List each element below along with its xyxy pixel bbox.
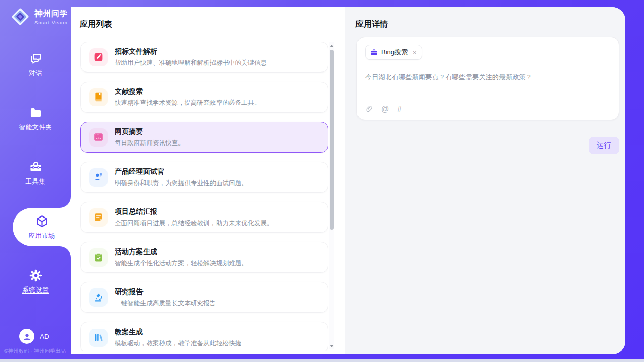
app-card-desc: 明确身份和职责，为您提供专业性的面试问题。: [115, 179, 248, 188]
sidebar-item-chat[interactable]: 对话: [0, 45, 71, 84]
mention-icon[interactable]: @: [381, 104, 389, 113]
sidebar-item-label: 工具集: [26, 177, 46, 186]
app-card-title: 活动方案生成: [115, 247, 248, 257]
sidebar-item-toolbox[interactable]: 工具集: [0, 154, 71, 192]
app-card[interactable]: 研究报告 一键智能生成高质量长文本研究报告: [80, 282, 328, 313]
scroll-up-arrow-icon[interactable]: [329, 43, 334, 49]
brand-name: 神州问学: [34, 9, 68, 19]
app-card[interactable]: 招标文件解析 帮助用户快速、准确地理解和解析招标书中的关键信息: [80, 42, 328, 73]
app-card[interactable]: 文献搜索 快速精准查找学术资源，提高研究效率的必备工具。: [80, 82, 328, 113]
app-card-title: 产品经理面试官: [115, 167, 248, 176]
app-list-panel: 应用列表 招标文件解析 帮助用户快速、准确地理解和解析招标书中的关键信息 文献搜…: [71, 7, 345, 354]
sidebar-item-folder[interactable]: 智能文件夹: [0, 99, 71, 138]
run-button[interactable]: 运行: [589, 137, 619, 154]
sidebar-item-label: 对话: [29, 69, 42, 78]
app-card-desc: 快速精准查找学术资源，提高研究效率的必备工具。: [115, 99, 261, 107]
app-list: 招标文件解析 帮助用户快速、准确地理解和解析招标书中的关键信息 文献搜索 快速精…: [80, 42, 328, 351]
app-card[interactable]: 产品经理面试官 明确身份和职责，为您提供专业性的面试问题。: [80, 162, 328, 193]
app-card-title: 网页摘要: [115, 127, 185, 136]
app-card-desc: 模板驱动，教案秒成，教学准备从此轻松快捷: [115, 339, 241, 348]
app-card-title: 项目总结汇报: [115, 207, 273, 216]
paperclip-icon[interactable]: [366, 105, 373, 113]
app-card[interactable]: 活动方案生成 智能生成个性化活动方案，轻松解决规划难题。: [80, 242, 328, 273]
brand-subtitle: Smart Vision: [34, 20, 68, 25]
edit-document-icon: [89, 48, 108, 66]
prompt-text[interactable]: 今日湖北有哪些新闻要点？有哪些需要关注的最新政策？: [365, 73, 611, 82]
prompt-card: Bing搜索 × 今日湖北有哪些新闻要点？有哪些需要关注的最新政策？ @#: [356, 37, 619, 120]
user-profile[interactable]: AD: [19, 329, 49, 344]
attachment-toolbar: @#: [366, 104, 402, 113]
copyright-text: ©神州数码 · 神州问学出品: [4, 348, 66, 355]
sidebar: 神州问学 Smart Vision 对话 智能文件夹 工具集 应用市场 系统设置…: [0, 0, 71, 359]
app-card-title: 教案生成: [115, 328, 241, 337]
app-card-title: 招标文件解析: [115, 47, 267, 56]
gear-icon: [29, 269, 43, 282]
book-icon: [89, 88, 108, 106]
app-card-title: 文献搜索: [115, 87, 261, 96]
sidebar-item-gear[interactable]: 系统设置: [0, 262, 71, 301]
interviewer-icon: [89, 168, 108, 187]
toolbox-icon: [29, 160, 43, 174]
app-card[interactable]: 教案生成 模板驱动，教案秒成，教学准备从此轻松快捷: [80, 322, 328, 351]
close-icon[interactable]: ×: [413, 49, 417, 56]
app-card-desc: 智能生成个性化活动方案，轻松解决规划难题。: [115, 259, 248, 268]
app-detail-panel: 应用详情 Bing搜索 × 今日湖北有哪些新闻要点？有哪些需要关注的最新政策？ …: [345, 7, 625, 354]
app-detail-title: 应用详情: [355, 19, 625, 30]
scrollbar[interactable]: [329, 42, 334, 349]
app-card-desc: 每日政府新闻资讯快查。: [115, 139, 185, 148]
sidebar-item-label: 应用市场: [29, 232, 55, 240]
sidebar-item-label: 系统设置: [22, 286, 49, 295]
brand-logo: 神州问学 Smart Vision: [0, 0, 71, 27]
tool-tag-bing[interactable]: Bing搜索 ×: [365, 45, 422, 60]
browser-code-icon: </>: [89, 128, 108, 147]
books-icon: [89, 329, 108, 347]
cube-icon: [35, 214, 49, 228]
sidebar-item-cube[interactable]: 应用市场: [13, 208, 71, 246]
clipboard-check-icon: [89, 248, 108, 267]
tool-tag-label: Bing搜索: [381, 48, 408, 57]
app-list-title: 应用列表: [80, 19, 345, 30]
user-initials: AD: [40, 333, 49, 340]
folder-icon: [29, 106, 43, 120]
chat-icon: [29, 52, 43, 65]
user-avatar-icon: [19, 329, 34, 344]
sidebar-nav: 对话 智能文件夹 工具集 应用市场 系统设置: [0, 45, 71, 316]
app-card-desc: 全面回顾项目进展，总结经验教训，助力未来优化发展。: [115, 219, 273, 228]
main-content: 应用列表 招标文件解析 帮助用户快速、准确地理解和解析招标书中的关键信息 文献搜…: [71, 7, 625, 354]
app-card-title: 研究报告: [115, 287, 216, 297]
briefcase-icon: [370, 49, 378, 56]
app-card-desc: 帮助用户快速、准确地理解和解析招标书中的关键信息: [115, 59, 267, 67]
svg-text:</>: </>: [96, 137, 101, 140]
sidebar-item-label: 智能文件夹: [19, 123, 52, 132]
app-card[interactable]: </> 网页摘要 每日政府新闻资讯快查。: [80, 122, 328, 153]
scroll-down-arrow-icon[interactable]: [329, 343, 334, 349]
hash-icon[interactable]: #: [397, 104, 401, 113]
app-card[interactable]: 项目总结汇报 全面回顾项目进展，总结经验教训，助力未来优化发展。: [80, 202, 328, 233]
brand-logo-icon: [10, 7, 30, 27]
app-card-desc: 一键智能生成高质量长文本研究报告: [115, 299, 216, 308]
research-icon: [89, 288, 108, 307]
scrollbar-thumb[interactable]: [330, 50, 334, 230]
brand-text: 神州问学 Smart Vision: [34, 9, 68, 25]
note-icon: [89, 208, 108, 227]
